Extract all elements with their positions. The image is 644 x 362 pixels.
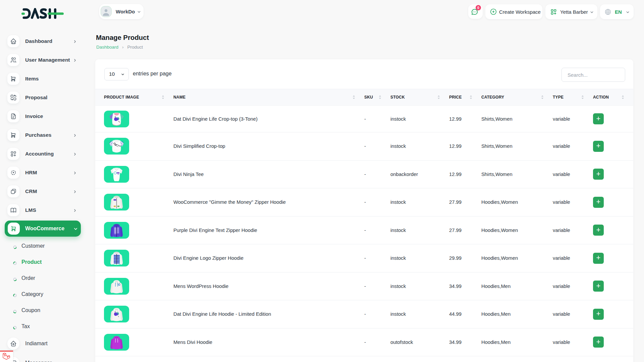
- svg-text:W: W: [118, 284, 120, 286]
